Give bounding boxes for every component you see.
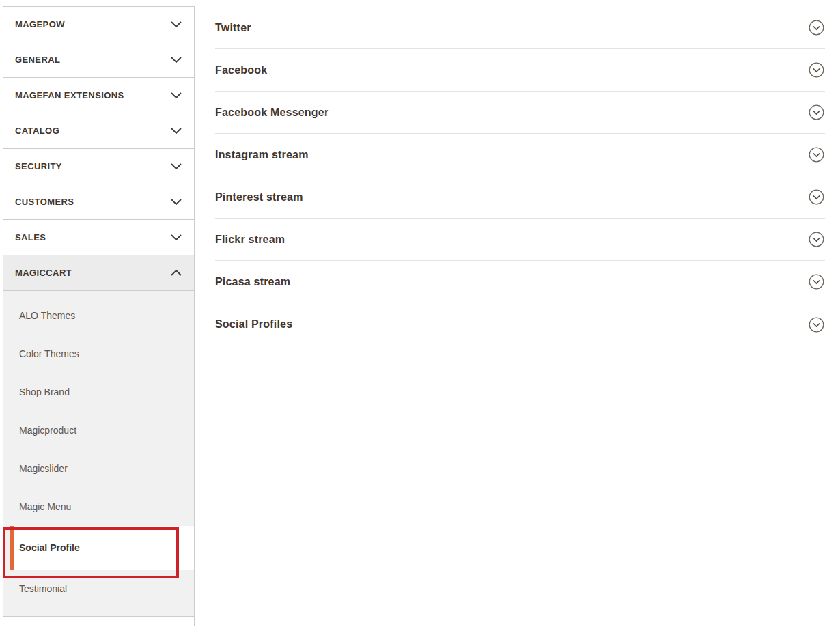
sidebar-section-label: SALES [15,232,46,242]
panel-title: Facebook Messenger [215,107,328,119]
sidebar-section-label: SECURITY [15,161,62,171]
panel-title: Facebook [215,64,267,76]
chevron-down-icon [171,57,182,63]
circle-chevron-down-icon[interactable] [809,189,824,205]
panel-title: Twitter [215,22,251,34]
sidebar-section-label: MAGEPOW [15,19,65,29]
circle-chevron-down-icon[interactable] [809,62,824,78]
chevron-up-icon [171,270,182,276]
panel-title: Social Profiles [215,318,292,331]
sidebar-section-magefan-extensions[interactable]: MAGEFAN EXTENSIONS [3,78,194,113]
panel-title: Flickr stream [215,234,285,246]
panel-flickr-stream[interactable]: Flickr stream [215,219,825,261]
panel-title: Pinterest stream [215,191,303,204]
chevron-down-icon [171,234,182,240]
chevron-down-icon [171,92,182,98]
chevron-down-icon [171,163,182,169]
sidebar-next-section-cutoff [3,617,194,626]
circle-chevron-down-icon[interactable] [809,20,824,36]
subnav-item-social-profile[interactable]: Social Profile [10,526,194,570]
panel-twitter[interactable]: Twitter [215,7,825,49]
chevron-down-icon [171,199,182,205]
sidebar-section-label: CUSTOMERS [15,197,74,207]
subnav-item-alo-themes[interactable]: ALO Themes [3,296,194,335]
chevron-down-icon [171,21,182,27]
sidebar-section-label: MAGICCART [15,268,72,278]
chevron-down-icon [171,128,182,134]
subnav-item-shop-brand[interactable]: Shop Brand [3,373,194,411]
sidebar-section-label: MAGEFAN EXTENSIONS [15,90,124,100]
panel-social-profiles[interactable]: Social Profiles [215,303,825,346]
subnav-item-magic-menu[interactable]: Magic Menu [3,488,194,526]
panel-facebook[interactable]: Facebook [215,49,825,92]
subnav-item-color-themes[interactable]: Color Themes [3,335,194,373]
magiccart-subnav: ALO Themes Color Themes Shop Brand Magic… [3,291,194,617]
panel-picasa-stream[interactable]: Picasa stream [215,261,825,303]
panel-pinterest-stream[interactable]: Pinterest stream [215,176,825,219]
panel-title: Picasa stream [215,276,290,288]
panel-facebook-messenger[interactable]: Facebook Messenger [215,92,825,134]
circle-chevron-down-icon[interactable] [809,104,824,120]
subnav-item-magicslider[interactable]: Magicslider [3,449,194,488]
sidebar-section-label: CATALOG [15,126,59,136]
subnav-item-testimonial[interactable]: Testimonial [3,570,194,608]
circle-chevron-down-icon[interactable] [809,274,824,290]
sidebar-section-security[interactable]: SECURITY [3,149,194,184]
sidebar-section-magiccart[interactable]: MAGICCART [3,255,194,291]
sidebar-section-catalog[interactable]: CATALOG [3,113,194,149]
panel-title: Instagram stream [215,149,309,161]
panel-instagram-stream[interactable]: Instagram stream [215,134,825,176]
sidebar-section-general[interactable]: GENERAL [3,42,194,78]
sidebar-section-label: GENERAL [15,55,60,65]
sidebar-section-sales[interactable]: SALES [3,220,194,255]
circle-chevron-down-icon[interactable] [809,147,824,163]
sidebar-section-magepow[interactable]: MAGEPOW [3,7,194,42]
config-nav-sidebar: MAGEPOW GENERAL MAGEFAN EXTENSIONS CATAL… [3,6,195,626]
sidebar-section-customers[interactable]: CUSTOMERS [3,184,194,220]
circle-chevron-down-icon[interactable] [809,317,824,333]
config-panels: Twitter Facebook Facebook Messenger Inst… [195,0,840,346]
circle-chevron-down-icon[interactable] [809,232,824,247]
subnav-item-magicproduct[interactable]: Magicproduct [3,411,194,449]
